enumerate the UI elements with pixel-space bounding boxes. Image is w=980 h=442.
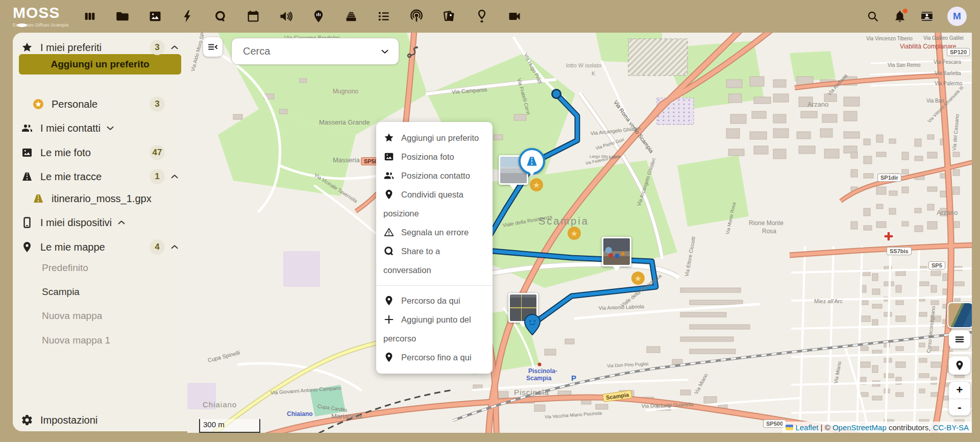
columns-icon[interactable] bbox=[83, 9, 97, 23]
list-icon[interactable] bbox=[377, 9, 391, 23]
sidebar-item-tracks[interactable]: Le mie tracce1 bbox=[13, 165, 187, 188]
photo-stack-icon[interactable] bbox=[442, 9, 456, 23]
people-icon bbox=[383, 169, 395, 180]
context-menu-item[interactable]: Posiziona foto bbox=[383, 148, 485, 166]
pin-icon bbox=[383, 188, 395, 199]
chevron-down-icon[interactable] bbox=[105, 122, 116, 134]
chevron-up-icon[interactable] bbox=[116, 217, 127, 228]
context-menu-item-label: Posiziona contatto bbox=[401, 171, 470, 180]
map-context-menu: Aggiungi un preferitoPosiziona fotoPosiz… bbox=[376, 122, 493, 374]
sidebar-item-track-file[interactable]: itinerario_moss_1.gpx bbox=[13, 187, 187, 210]
context-menu-item[interactable]: Aggiungi punto del percorso bbox=[383, 310, 485, 348]
route-tool-icon[interactable] bbox=[406, 45, 420, 59]
count-badge: 1 bbox=[150, 169, 165, 184]
context-menu-item-label: Percorso fino a qui bbox=[401, 353, 472, 362]
layers-button[interactable] bbox=[949, 330, 970, 349]
context-menu-item[interactable]: Percorso da qui bbox=[383, 291, 485, 310]
app-logo[interactable]: MOSS Ecomuseo Diffuso Scampia bbox=[0, 5, 71, 28]
chevron-up-icon[interactable] bbox=[169, 42, 180, 53]
sidebar-item-label: I miei dispositivi bbox=[40, 217, 112, 229]
context-menu-item-label: Aggiungi un preferito bbox=[401, 133, 479, 142]
photo-marker[interactable] bbox=[602, 237, 631, 266]
attribution: Leaflet | © OpenStreetMap contributors, … bbox=[782, 422, 972, 433]
chevron-up-icon[interactable] bbox=[169, 171, 180, 182]
q-icon bbox=[383, 244, 395, 256]
search-placeholder: Cerca bbox=[243, 45, 270, 57]
video-icon[interactable] bbox=[507, 9, 522, 23]
sidebar-map-item[interactable]: Predefinito bbox=[42, 258, 180, 278]
pin-drop-icon[interactable] bbox=[475, 9, 489, 23]
context-menu-item-label: Posiziona foto bbox=[401, 152, 454, 161]
count-badge: 3 bbox=[150, 40, 165, 55]
photo-icon[interactable] bbox=[148, 9, 162, 23]
sidebar-item-label: Le mie mappe bbox=[40, 241, 105, 253]
leaflet-link[interactable]: Leaflet bbox=[795, 423, 818, 432]
star-icon bbox=[21, 41, 33, 54]
sidebar-item-settings[interactable]: Impostazioni bbox=[13, 409, 187, 431]
pin-audio-icon[interactable] bbox=[311, 9, 326, 23]
sidebar-item-contacts[interactable]: I miei contatti bbox=[13, 117, 187, 139]
sidebar-item-label: I miei contatti bbox=[40, 122, 101, 134]
sidebar-item-photos[interactable]: Le mie foto47 bbox=[13, 141, 187, 164]
gear-icon bbox=[21, 414, 33, 426]
sidebar-map-item[interactable]: Scampia bbox=[42, 282, 180, 302]
sidebar-item-favorites[interactable]: I miei preferiti3 bbox=[13, 36, 187, 59]
search-select[interactable]: Cerca bbox=[231, 38, 399, 65]
zoom-out-button[interactable]: - bbox=[949, 399, 970, 416]
context-menu-item[interactable]: Aggiungi un preferito bbox=[383, 129, 485, 148]
user-avatar[interactable]: M bbox=[947, 7, 967, 26]
sidebar-item-devices[interactable]: I miei dispositivi bbox=[13, 211, 187, 234]
favorite-star-marker[interactable]: ★ bbox=[631, 272, 645, 285]
cross-marker[interactable] bbox=[884, 231, 894, 243]
sidebar-item-personale[interactable]: Personale3 bbox=[13, 93, 187, 115]
ukraine-flag-icon bbox=[786, 425, 793, 430]
bolt-icon[interactable] bbox=[181, 9, 195, 23]
track-point-dot[interactable] bbox=[551, 89, 561, 99]
speaker-icon[interactable] bbox=[279, 9, 293, 23]
star-badge-icon bbox=[32, 98, 44, 110]
stack-icon[interactable] bbox=[344, 9, 358, 23]
chevron-up-icon[interactable] bbox=[169, 241, 180, 253]
search-icon[interactable] bbox=[866, 10, 879, 23]
road-icon bbox=[21, 170, 33, 183]
context-menu-item[interactable]: Posiziona contatto bbox=[383, 166, 485, 185]
locate-button[interactable] bbox=[949, 356, 970, 375]
license-link[interactable]: CC-BY-SA bbox=[933, 423, 969, 432]
context-menu-item[interactable]: Percorso fino a qui bbox=[383, 348, 485, 367]
context-menu-item-label: Percorso da qui bbox=[401, 296, 460, 305]
sidebar-map-item[interactable]: Nuova mappa bbox=[42, 306, 180, 326]
track-start-marker[interactable] bbox=[519, 148, 545, 175]
chevron-down-icon bbox=[379, 46, 390, 57]
osm-link[interactable]: OpenStreetMap bbox=[832, 423, 887, 432]
top-right-actions: M bbox=[866, 7, 980, 26]
plus-icon bbox=[383, 313, 395, 324]
context-menu-item-label: Condividi questa posizione bbox=[383, 190, 463, 218]
contacts-card-icon[interactable] bbox=[920, 10, 934, 23]
context-menu-item[interactable]: Condividi questa posizione bbox=[383, 185, 485, 223]
menu-divider bbox=[376, 285, 493, 286]
calendar-icon[interactable] bbox=[246, 9, 260, 23]
context-menu-item[interactable]: Segnala un errore bbox=[383, 223, 485, 242]
count-badge: 3 bbox=[150, 96, 165, 112]
sidebar-item-label: itinerario_moss_1.gpx bbox=[52, 193, 152, 205]
favorite-star-marker[interactable]: ★ bbox=[530, 178, 543, 191]
collapse-sidebar-button[interactable] bbox=[203, 37, 223, 57]
map-area[interactable]: Via Giacomo BrodoliniVia Aldo Moro SP422… bbox=[187, 33, 972, 433]
notifications-bell-icon[interactable] bbox=[893, 10, 906, 23]
zoom-control: + - bbox=[949, 382, 970, 415]
zoom-in-button[interactable]: + bbox=[949, 382, 970, 399]
context-menu-item[interactable]: Share to a conversation bbox=[383, 242, 485, 280]
basemap-thumbnail[interactable] bbox=[947, 302, 972, 328]
track-end-pin[interactable] bbox=[524, 314, 541, 337]
explore-icon[interactable] bbox=[213, 9, 228, 23]
star-icon bbox=[383, 131, 395, 142]
pin-icon bbox=[383, 351, 395, 362]
attribution-contributors: contributors, bbox=[887, 423, 933, 432]
sidebar-item-label: I miei preferiti bbox=[40, 42, 102, 54]
sidebar-map-item[interactable]: Nuova mappa 1 bbox=[42, 330, 180, 351]
favorite-star-marker[interactable]: ★ bbox=[568, 227, 581, 240]
app-name: MOSS bbox=[13, 5, 71, 20]
folder-icon[interactable] bbox=[115, 9, 130, 23]
podcast-icon[interactable] bbox=[409, 9, 424, 23]
sidebar-item-maps[interactable]: Le mie mappe4 bbox=[13, 236, 187, 258]
